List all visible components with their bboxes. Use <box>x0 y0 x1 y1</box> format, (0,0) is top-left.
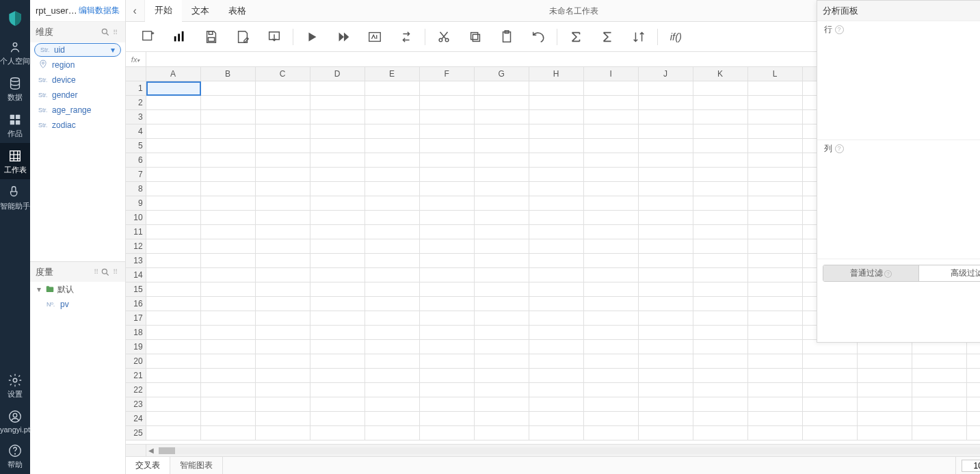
cell[interactable] <box>529 426 584 440</box>
help-icon[interactable]: ? <box>835 144 844 153</box>
cell[interactable] <box>256 426 310 440</box>
row-header[interactable]: 15 <box>126 282 146 297</box>
cell[interactable] <box>639 168 693 182</box>
cell[interactable] <box>310 153 365 168</box>
cell[interactable] <box>365 311 420 326</box>
row-header[interactable]: 23 <box>126 397 146 412</box>
cell[interactable] <box>420 397 475 412</box>
cell[interactable] <box>201 182 256 196</box>
rail-data[interactable]: 数据 <box>0 70 30 107</box>
cell[interactable] <box>803 383 858 397</box>
cell[interactable] <box>858 354 912 369</box>
cell[interactable] <box>529 153 584 168</box>
cell[interactable] <box>748 168 803 182</box>
cell[interactable] <box>748 153 803 168</box>
cell[interactable] <box>584 297 639 311</box>
cell[interactable] <box>693 225 748 239</box>
cell[interactable] <box>584 369 639 383</box>
row-header[interactable]: 19 <box>126 340 146 354</box>
drag-handle-icon[interactable]: ⠿ <box>113 268 117 276</box>
row-header[interactable]: 13 <box>126 254 146 268</box>
cell[interactable] <box>693 383 748 397</box>
edit-dataset-link[interactable]: 编辑数据集 <box>79 5 120 16</box>
drag-handle-icon[interactable]: ⠿ <box>113 29 117 36</box>
cell[interactable] <box>420 239 475 254</box>
cell[interactable] <box>475 254 529 268</box>
cell[interactable] <box>748 225 803 239</box>
cell[interactable] <box>365 168 420 182</box>
cell[interactable] <box>748 412 803 426</box>
cell[interactable] <box>748 139 803 153</box>
cell[interactable] <box>310 426 365 440</box>
cell[interactable] <box>529 182 584 196</box>
cell[interactable] <box>858 369 912 383</box>
cell[interactable] <box>529 196 584 211</box>
cell[interactable] <box>584 124 639 139</box>
cell[interactable] <box>201 311 256 326</box>
rail-assistant[interactable]: 智能助手 <box>0 179 30 215</box>
cell[interactable] <box>256 282 310 297</box>
help-icon[interactable]: ? <box>835 25 844 34</box>
cell[interactable] <box>748 311 803 326</box>
cell[interactable] <box>639 153 693 168</box>
cell[interactable] <box>146 96 201 110</box>
cell[interactable] <box>256 397 310 412</box>
cell[interactable] <box>146 139 201 153</box>
cell[interactable] <box>420 124 475 139</box>
cell[interactable] <box>529 168 584 182</box>
cell[interactable] <box>310 383 365 397</box>
cell[interactable] <box>475 383 529 397</box>
cell[interactable] <box>365 383 420 397</box>
cell[interactable] <box>693 340 748 354</box>
cell[interactable] <box>584 397 639 412</box>
cell[interactable] <box>912 412 967 426</box>
cell[interactable] <box>748 110 803 124</box>
cell[interactable] <box>639 139 693 153</box>
cell[interactable] <box>256 182 310 196</box>
rail-personal-space[interactable]: 个人空间 <box>0 34 30 70</box>
cell[interactable] <box>748 96 803 110</box>
cell[interactable] <box>310 124 365 139</box>
cell[interactable] <box>639 326 693 340</box>
back-button[interactable]: ‹ <box>126 0 145 21</box>
cell[interactable] <box>201 153 256 168</box>
cell[interactable] <box>146 239 201 254</box>
cell[interactable] <box>201 383 256 397</box>
cell[interactable] <box>146 124 201 139</box>
cell[interactable] <box>420 354 475 369</box>
cell[interactable] <box>201 211 256 225</box>
cell[interactable] <box>201 426 256 440</box>
fx-button[interactable]: if() <box>661 25 692 49</box>
cell[interactable] <box>310 326 365 340</box>
cell[interactable] <box>693 153 748 168</box>
cell[interactable] <box>256 153 310 168</box>
cell[interactable] <box>529 326 584 340</box>
cell[interactable] <box>475 110 529 124</box>
cell[interactable] <box>639 81 693 96</box>
sql-button[interactable] <box>359 25 390 49</box>
cell[interactable] <box>146 383 201 397</box>
cell[interactable] <box>256 139 310 153</box>
cell[interactable] <box>693 326 748 340</box>
cell[interactable] <box>420 81 475 96</box>
cell[interactable] <box>748 426 803 440</box>
cell[interactable] <box>639 369 693 383</box>
cell[interactable] <box>201 168 256 182</box>
cell[interactable] <box>146 369 201 383</box>
cell[interactable] <box>420 153 475 168</box>
cell[interactable] <box>803 397 858 412</box>
row-header[interactable]: 3 <box>126 110 146 124</box>
cell[interactable] <box>639 282 693 297</box>
cell[interactable] <box>256 225 310 239</box>
cell[interactable] <box>748 124 803 139</box>
cell[interactable] <box>475 268 529 282</box>
copy-button[interactable] <box>460 25 491 49</box>
cell[interactable] <box>420 110 475 124</box>
cell[interactable] <box>529 412 584 426</box>
cell[interactable] <box>475 153 529 168</box>
cell[interactable] <box>748 282 803 297</box>
cell[interactable] <box>201 397 256 412</box>
cell[interactable] <box>639 383 693 397</box>
cell[interactable] <box>310 340 365 354</box>
cell[interactable] <box>310 297 365 311</box>
